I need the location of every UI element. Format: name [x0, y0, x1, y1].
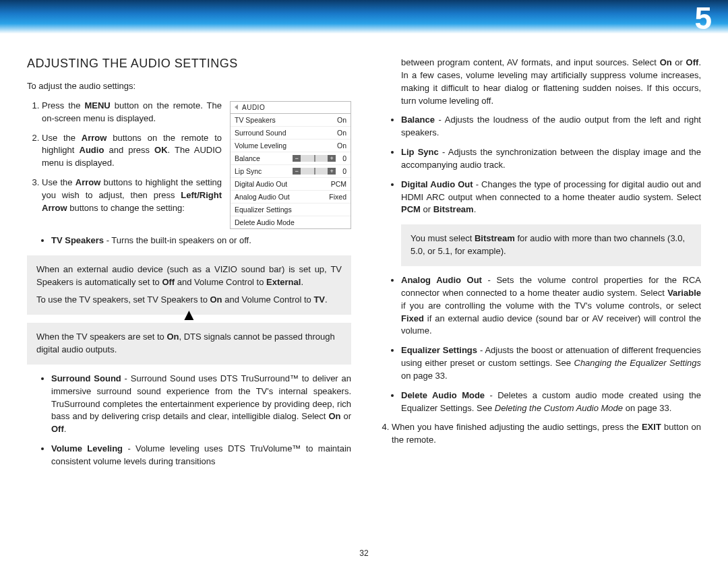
audio-menu-title: AUDIO — [242, 104, 265, 111]
bullet-lip-sync: Lip Sync - Adjusts the synchronization b… — [401, 146, 701, 172]
menu-row: TV SpeakersOn — [231, 114, 351, 127]
slider-icon: −+ — [293, 155, 336, 162]
warning-dts: ▲ When the TV speakers are set to On, DT… — [27, 323, 351, 365]
menu-row: Volume LevelingOn — [231, 139, 351, 152]
steps-list-cont: When you have finished adjusting the aud… — [377, 421, 701, 447]
menu-row: Equalizer Settings — [231, 204, 351, 216]
chapter-number: 5 — [694, 0, 712, 36]
bullet-equalizer: Equalizer Settings - Adjusts the boost o… — [401, 344, 701, 383]
setting-bullets-bottom: Surround Sound - Surround Sound uses DTS… — [27, 373, 351, 468]
menu-row: Analog Audio OutFixed — [231, 191, 351, 204]
menu-row: Surround SoundOn — [231, 127, 351, 139]
step-4: When you have finished adjusting the aud… — [392, 421, 701, 447]
right-column: between program content, AV formats, and… — [377, 57, 701, 475]
setting-bullets-top: TV Speakers - Turns the built-in speaker… — [27, 235, 351, 247]
bullet-balance: Balance - Adjusts the loudness of the au… — [401, 114, 701, 139]
bullet-surround: Surround Sound - Surround Sound uses DTS… — [51, 373, 351, 436]
right-bullets-2: Analog Audio Out - Sets the volume contr… — [377, 274, 701, 414]
header-band: 5 — [0, 0, 728, 34]
bullet-tv-speakers: TV Speakers - Turns the built-in speaker… — [51, 235, 351, 247]
audio-menu-header: AUDIO — [231, 102, 351, 114]
intro-text: To adjust the audio settings: — [27, 80, 351, 93]
menu-row: Digital Audio OutPCM — [231, 178, 351, 191]
menu-row: Lip Sync −+ 0 — [231, 165, 351, 178]
bullet-digital-audio-out: Digital Audio Out - Changes the type of … — [401, 179, 701, 217]
menu-row: Delete Audio Mode — [231, 216, 351, 228]
left-column: ADJUSTING THE AUDIO SETTINGS To adjust t… — [27, 57, 351, 475]
note-bitstream: You must select Bitstream for audio with… — [401, 224, 701, 266]
bullet-analog-audio-out: Analog Audio Out - Sets the volume contr… — [401, 274, 701, 338]
page-number: 32 — [359, 549, 368, 558]
right-bullets-1: Balance - Adjusts the loudness of the au… — [377, 114, 701, 216]
volume-leveling-cont: between program content, AV formats, and… — [377, 57, 701, 107]
menu-row: Balance −+ 0 — [231, 152, 351, 165]
warning-icon: ▲ — [181, 307, 198, 323]
slider-icon: −+ — [293, 168, 336, 175]
section-title: ADJUSTING THE AUDIO SETTINGS — [27, 57, 351, 71]
back-icon — [235, 104, 238, 110]
bullet-volume-leveling: Volume Leveling - Volume leveling uses D… — [51, 443, 351, 468]
audio-menu-mock: AUDIO TV SpeakersOn Surround SoundOn Vol… — [230, 101, 351, 229]
page-body: ADJUSTING THE AUDIO SETTINGS To adjust t… — [0, 34, 728, 475]
bullet-delete-mode: Delete Audio Mode - Deletes a custom aud… — [401, 389, 701, 415]
